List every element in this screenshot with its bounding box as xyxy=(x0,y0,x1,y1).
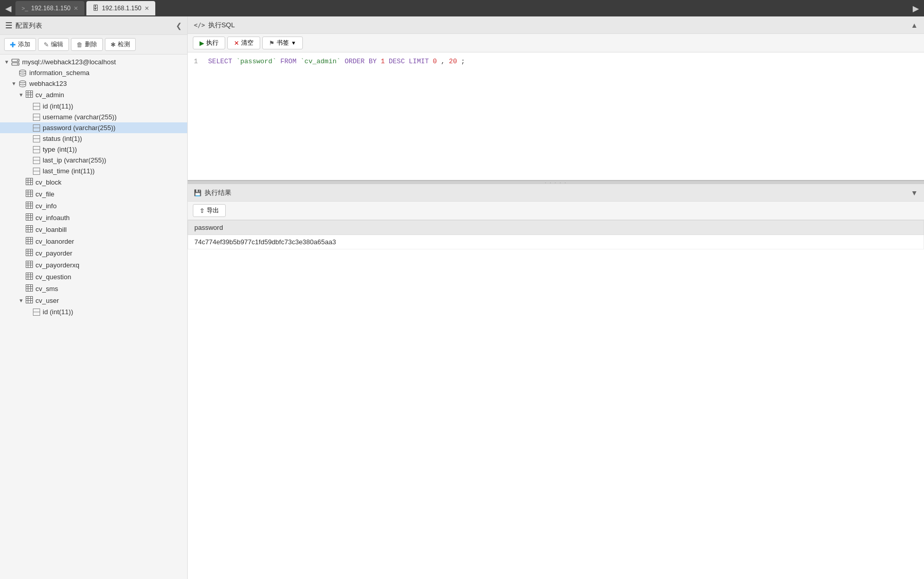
tree-item-cv-info[interactable]: cv_info xyxy=(0,200,187,212)
nav-prev[interactable]: ◀ xyxy=(2,4,14,13)
detect-label: 检测 xyxy=(118,40,130,49)
tree-item-cv-question[interactable]: cv_question xyxy=(0,271,187,283)
add-icon: ✚ xyxy=(10,41,16,49)
export-label: 导出 xyxy=(207,206,219,215)
delete-label: 删除 xyxy=(85,40,97,49)
svg-rect-31 xyxy=(26,226,33,232)
sql-editor-section: </> 执行SQL ▲ ▶ 执行 ✕ 清空 ⚑ 书签 ▼ xyxy=(188,16,924,181)
table-icon-cv-admin xyxy=(26,91,33,99)
results-title-text: 执行结果 xyxy=(205,188,231,197)
table-row: 74c774ef39b5b977c1fd59dbfc73c3e380a65aa3 xyxy=(188,235,924,249)
tree-col-username[interactable]: username (varchar(255)) xyxy=(0,112,187,122)
expand-icon-cv-admin: ▼ xyxy=(19,92,26,98)
tab-database[interactable]: 🗄 192.168.1.150 ✕ xyxy=(86,1,155,15)
line-number-1: 1 xyxy=(194,57,198,67)
results-table: password 74c774ef39b5b977c1fd59dbfc73c3e… xyxy=(188,220,924,249)
delete-button[interactable]: 🗑 删除 xyxy=(71,38,103,51)
svg-rect-46 xyxy=(26,261,33,268)
execute-icon: ▶ xyxy=(200,40,204,47)
tree-item-cv-loanorder[interactable]: cv_loanorder xyxy=(0,236,187,247)
tree-item-cv-payorder[interactable]: cv_payorder xyxy=(0,247,187,259)
table-icon-cv-payorderxq xyxy=(26,261,33,269)
results-title-group: 💾 执行结果 xyxy=(194,188,231,197)
edit-button[interactable]: ✎ 编辑 xyxy=(38,38,69,51)
nav-next[interactable]: ▶ xyxy=(910,4,922,13)
results-table-container[interactable]: password 74c774ef39b5b977c1fd59dbfc73c3e… xyxy=(188,220,924,579)
tree-item-cv-file[interactable]: cv_file xyxy=(0,188,187,200)
cv-loanbill-label: cv_loanbill xyxy=(35,226,67,233)
cv-infoauth-label: cv_infoauth xyxy=(35,214,70,222)
delete-icon: 🗑 xyxy=(77,41,83,48)
cv-info-label: cv_info xyxy=(35,202,57,210)
sql-editor-collapse-button[interactable]: ▲ xyxy=(911,21,918,29)
main-layout: ☰ 配置列表 ❮ ✚ 添加 ✎ 编辑 🗑 删除 ✱ 检测 xyxy=(0,16,924,579)
tree-col-password[interactable]: password (varchar(255)) xyxy=(0,122,187,133)
clear-label: 清空 xyxy=(241,39,253,47)
tree-col-type[interactable]: type (int(1)) xyxy=(0,144,187,155)
sidebar-collapse-button[interactable]: ❮ xyxy=(176,22,182,30)
svg-rect-51 xyxy=(26,273,33,280)
tree-item-cv-loanbill[interactable]: cv_loanbill xyxy=(0,224,187,236)
tab-terminal-label: 192.168.1.150 xyxy=(31,5,71,12)
table-icon-cv-payorder xyxy=(26,249,33,258)
col-icon-last-time xyxy=(33,168,40,175)
code-editor[interactable]: 1 SELECT `password` FROM `cv_admin` ORDE… xyxy=(188,52,924,180)
execute-button[interactable]: ▶ 执行 xyxy=(193,37,225,49)
expand-icon-root: ▼ xyxy=(4,59,11,65)
col-icon-last-ip xyxy=(33,157,40,164)
bookmark-arrow-icon: ▼ xyxy=(291,40,296,46)
sidebar-title-text: 配置列表 xyxy=(15,21,42,30)
server-icon xyxy=(11,59,20,66)
tree-item-cv-infoauth[interactable]: cv_infoauth xyxy=(0,212,187,224)
export-icon: ⇧ xyxy=(200,207,205,214)
clear-button[interactable]: ✕ 清空 xyxy=(227,37,260,49)
export-button[interactable]: ⇧ 导出 xyxy=(193,204,226,217)
sql-editor-header: </> 执行SQL ▲ xyxy=(188,16,924,34)
tab-terminal[interactable]: >_ 192.168.1.150 ✕ xyxy=(15,1,84,15)
cv-question-label: cv_question xyxy=(35,273,71,281)
table-icon-cv-block xyxy=(26,178,33,187)
expand-icon-webhack123: ▼ xyxy=(11,81,19,86)
tree-col-last-time[interactable]: last_time (int(11)) xyxy=(0,166,187,176)
col-last-time-label: last_time (int(11)) xyxy=(43,167,95,175)
svg-point-5 xyxy=(20,81,26,83)
table-icon-cv-user xyxy=(26,296,33,305)
tree-col-id[interactable]: id (int(11)) xyxy=(0,101,187,112)
svg-rect-6 xyxy=(26,91,33,98)
cv-file-label: cv_file xyxy=(35,190,55,198)
tree-root[interactable]: ▼ mysql://webhack123@localhost xyxy=(0,57,187,67)
tree-item-cv-payorderxq[interactable]: cv_payorderxq xyxy=(0,259,187,271)
add-button[interactable]: ✚ 添加 xyxy=(4,38,36,51)
tree-item-webhack123[interactable]: ▼ webhack123 xyxy=(0,78,187,89)
col-password-label: password (varchar(255)) xyxy=(43,124,116,132)
detect-icon: ✱ xyxy=(111,41,116,48)
tree-col-status[interactable]: status (int(1)) xyxy=(0,133,187,144)
execute-label: 执行 xyxy=(206,39,219,47)
tree-item-information-schema[interactable]: information_schema xyxy=(0,67,187,78)
tab-database-close[interactable]: ✕ xyxy=(144,5,149,12)
tab-database-icon: 🗄 xyxy=(93,5,99,12)
sidebar-title: ☰ 配置列表 xyxy=(5,21,42,30)
svg-point-4 xyxy=(20,70,26,72)
tree-item-cv-block[interactable]: cv_block xyxy=(0,176,187,188)
code-icon: </> xyxy=(194,22,205,29)
tab-terminal-close[interactable]: ✕ xyxy=(74,5,78,12)
tree-item-cv-user[interactable]: ▼ cv_user xyxy=(0,295,187,306)
svg-rect-11 xyxy=(26,178,33,185)
tree-col-last-ip[interactable]: last_ip (varchar(255)) xyxy=(0,155,187,166)
tree-container[interactable]: ▼ mysql://webhack123@localhost xyxy=(0,55,187,579)
bookmark-icon: ⚑ xyxy=(269,40,275,47)
edit-label: 编辑 xyxy=(51,40,63,49)
detect-button[interactable]: ✱ 检测 xyxy=(105,38,136,51)
sidebar-toolbar: ✚ 添加 ✎ 编辑 🗑 删除 ✱ 检测 xyxy=(0,35,187,55)
tree-item-cv-admin[interactable]: ▼ cv_admin xyxy=(0,89,187,101)
tab-terminal-icon: >_ xyxy=(22,5,28,11)
svg-rect-21 xyxy=(26,202,33,209)
svg-rect-36 xyxy=(26,238,33,244)
tree-item-cv-sms[interactable]: cv_sms xyxy=(0,283,187,295)
col-last-ip-label: last_ip (varchar(255)) xyxy=(43,156,106,164)
tree-col-user-id[interactable]: id (int(11)) xyxy=(0,306,187,317)
right-panel: </> 执行SQL ▲ ▶ 执行 ✕ 清空 ⚑ 书签 ▼ xyxy=(188,16,924,579)
results-collapse-button[interactable]: ▼ xyxy=(911,189,918,197)
bookmark-button[interactable]: ⚑ 书签 ▼ xyxy=(262,37,303,49)
